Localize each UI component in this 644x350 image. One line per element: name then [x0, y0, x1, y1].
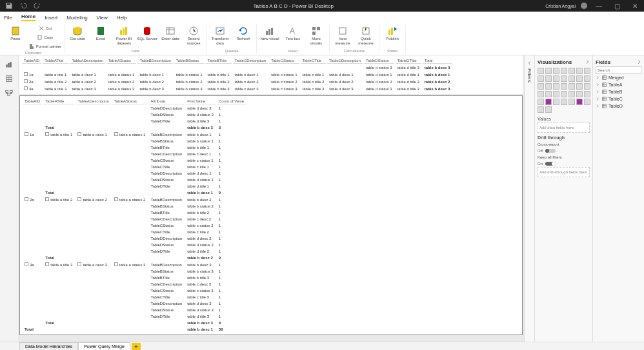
maximize-button[interactable]: ▢ — [610, 0, 623, 12]
menu-view[interactable]: View — [97, 15, 108, 21]
viz-arcgis-icon[interactable] — [576, 99, 583, 105]
drillthrough-label: Drill through — [538, 133, 590, 141]
menu-home[interactable]: Home — [21, 14, 35, 21]
undo-icon[interactable] — [19, 2, 27, 10]
viz-gauge-icon[interactable] — [538, 91, 544, 97]
viz-shape-map-icon[interactable] — [584, 83, 590, 90]
matrix-visual-1[interactable]: TableAIDTableATitleTableADescriptionTabl… — [21, 57, 453, 93]
viz-map-icon[interactable] — [569, 83, 575, 90]
viz-stacked-area-icon[interactable] — [545, 75, 552, 82]
data-view-icon[interactable] — [5, 75, 13, 83]
get-data-button[interactable]: Get data — [67, 24, 88, 41]
menu-help[interactable]: Help — [117, 15, 127, 21]
viz-funnel-icon[interactable] — [584, 75, 590, 82]
field-table-TableD[interactable]: TableD — [596, 102, 641, 110]
window-title: Tables A B C D - Power BI Desktop — [41, 3, 545, 9]
format-painter-button[interactable]: Format painter — [28, 43, 61, 51]
viz-filled-map-icon[interactable] — [576, 83, 583, 90]
field-table-TableC[interactable]: TableC — [596, 95, 641, 102]
more-visuals-button[interactable]: More visuals — [306, 24, 327, 45]
tab-power-query-merge[interactable]: Power Query Merge — [78, 342, 130, 350]
add-page-button[interactable]: + — [132, 343, 141, 351]
report-canvas[interactable]: TableAIDTableATitleTableADescriptionTabl… — [18, 55, 524, 342]
viz-matrix-icon[interactable] — [584, 91, 590, 97]
nav-rail — [0, 55, 18, 342]
field-table-TableA[interactable]: TableA — [596, 81, 641, 88]
viz-decomp-icon[interactable] — [561, 99, 567, 105]
fields-search-input[interactable] — [596, 66, 641, 74]
viz-100-column-icon[interactable] — [576, 68, 583, 74]
matrix-visual-2[interactable]: TableAIDTableATitleTableADescriptionTabl… — [21, 97, 247, 333]
avatar[interactable] — [581, 3, 587, 9]
viz-treemap-icon[interactable] — [561, 83, 567, 90]
menu-file[interactable]: File — [4, 15, 12, 21]
excel-button[interactable]: Excel — [90, 24, 111, 41]
enter-data-button[interactable]: Enter data — [160, 24, 181, 41]
viz-r-icon[interactable] — [538, 99, 544, 105]
pbi-datasets-button[interactable]: Power BI datasets — [114, 24, 134, 45]
paste-button[interactable]: Paste — [5, 24, 26, 41]
viz-multi-card-icon[interactable] — [553, 91, 559, 97]
viz-format-tab-icon[interactable] — [545, 106, 552, 113]
viz-clustered-bar-icon[interactable] — [553, 68, 559, 74]
svg-rect-26 — [6, 90, 8, 92]
viz-scatter-icon[interactable] — [538, 83, 544, 90]
redo-icon[interactable] — [34, 2, 41, 10]
close-button[interactable]: ✕ — [629, 0, 641, 12]
group-data-label: Data — [132, 49, 140, 53]
publish-button[interactable]: Publish — [382, 24, 403, 41]
field-table-TableB[interactable]: TableB — [596, 88, 641, 95]
viz-area-icon[interactable] — [538, 75, 544, 82]
recent-sources-button[interactable]: Recent sources — [183, 24, 204, 45]
viz-gallery — [538, 66, 590, 114]
svg-rect-29 — [603, 76, 607, 80]
viz-donut-icon[interactable] — [553, 83, 559, 90]
viz-fields-tab-icon[interactable] — [538, 106, 544, 113]
viz-line-icon[interactable] — [584, 68, 590, 74]
new-measure-button[interactable]: New measure — [332, 24, 353, 45]
quick-measure-button[interactable]: Quick measure — [356, 24, 376, 45]
viz-clustered-column-icon[interactable] — [561, 68, 567, 74]
filters-pane-collapsed[interactable]: Filters — [524, 55, 534, 342]
chevron-right-icon[interactable] — [585, 59, 590, 64]
viz-waterfall-icon[interactable] — [576, 75, 583, 82]
viz-table-icon[interactable] — [576, 91, 583, 97]
svg-rect-0 — [12, 27, 19, 35]
viz-more-icon[interactable] — [584, 99, 590, 105]
viz-stacked-bar-icon[interactable] — [538, 68, 544, 74]
svg-rect-31 — [603, 90, 607, 94]
viz-slicer-icon[interactable] — [569, 91, 575, 97]
viz-kpi-icon[interactable] — [561, 91, 567, 97]
viz-ribbon-icon[interactable] — [569, 75, 575, 82]
viz-card-icon[interactable] — [545, 91, 552, 97]
sql-server-button[interactable]: SQL Server — [137, 24, 157, 41]
save-icon[interactable] — [5, 2, 13, 10]
refresh-button[interactable]: Refresh — [233, 24, 254, 41]
drillthrough-dropzone[interactable]: Add drill-through fields here — [538, 167, 590, 177]
viz-python-icon[interactable] — [545, 99, 552, 105]
viz-stacked-column-icon[interactable] — [545, 68, 552, 74]
tab-data-model[interactable]: Data Model Hierarchies — [19, 342, 78, 350]
user-name[interactable]: Cristian Angyal — [545, 4, 576, 8]
keep-filters-toggle[interactable]: Keep all filters — [538, 154, 590, 160]
minimize-button[interactable]: — — [592, 0, 605, 12]
new-visual-button[interactable]: New visual — [259, 24, 280, 41]
viz-line-clustered-icon[interactable] — [561, 75, 567, 82]
menu-modeling[interactable]: Modeling — [66, 15, 87, 21]
field-table-Merged[interactable]: Merged — [596, 74, 641, 81]
menu-insert[interactable]: Insert — [45, 15, 57, 21]
transform-data-button[interactable]: Transform data — [210, 24, 230, 45]
report-view-icon[interactable] — [5, 61, 13, 68]
values-dropzone[interactable]: Add data fields here — [538, 122, 590, 133]
cut-button[interactable]: Cut — [28, 24, 61, 33]
viz-key-influencers-icon[interactable] — [553, 99, 559, 105]
text-box-button[interactable]: AText box — [283, 24, 303, 41]
model-view-icon[interactable] — [5, 89, 13, 97]
viz-100-bar-icon[interactable] — [569, 68, 575, 74]
viz-qa-icon[interactable] — [569, 99, 575, 105]
chevron-right-icon[interactable] — [636, 59, 641, 64]
viz-line-column-icon[interactable] — [553, 75, 559, 82]
copy-button[interactable]: Copy — [28, 34, 61, 42]
viz-pie-icon[interactable] — [545, 83, 552, 90]
cross-report-toggle[interactable]: Cross-report — [538, 141, 590, 148]
